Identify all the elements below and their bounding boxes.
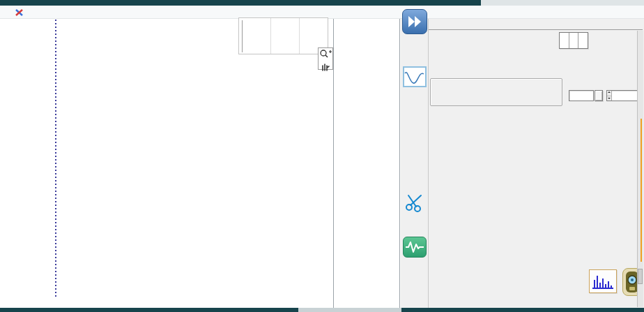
background-window-strip-dark [0,0,481,6]
legend-col-divider [270,18,271,54]
waveform-view-button[interactable] [403,237,427,258]
measurement-info-panel [333,19,400,308]
fast-forward-icon [403,10,427,34]
sine-thumbnail-icon [404,68,425,86]
maximize-button[interactable] [609,6,627,18]
legend-tree-line [242,20,243,52]
trigger-groupbox [430,78,562,106]
tab-divider [429,29,643,30]
waveform-plot[interactable] [54,20,331,302]
legend-col-divider [299,18,300,54]
minimize-button[interactable] [590,6,608,18]
axis-minor-ticks [55,20,56,297]
close-button[interactable] [629,6,644,18]
histogram-view-button[interactable] [589,269,617,293]
status-waveform-thumbnail [403,66,427,87]
run-fast-forward-button[interactable] [402,9,427,34]
progress-cells [559,32,588,49]
spinner-control[interactable] [607,91,612,101]
plot-tools-box [318,47,333,70]
single-clear-button[interactable] [595,90,603,101]
single-clear-field[interactable] [569,90,594,101]
scroll-highlight [641,119,642,262]
app-logo-icon [15,8,24,17]
scissors-icon[interactable] [404,191,425,212]
cursor-legend-table [238,17,328,54]
single-clear-value [569,91,593,101]
app-window [0,0,644,312]
horizontal-scrollbar-track[interactable] [298,308,401,312]
middle-toolbar [401,19,429,308]
wave-icon [404,237,426,257]
zoom-in-icon[interactable] [319,48,332,59]
histogram-icon [590,270,616,292]
right-scrollbar-thumb[interactable] [638,269,643,284]
pan-hand-icon[interactable] [319,61,332,72]
